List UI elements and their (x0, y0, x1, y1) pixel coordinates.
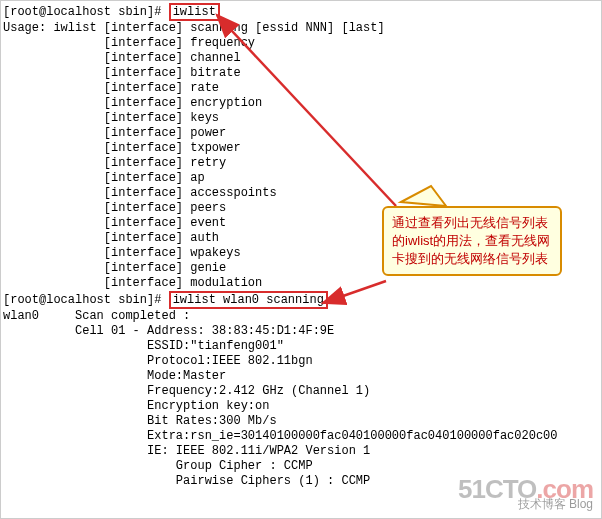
option-line: [interface] frequency (3, 36, 599, 51)
option-line: [interface] txpower (3, 141, 599, 156)
usage-line: Usage: iwlist [interface] scanning [essi… (3, 21, 599, 36)
terminal-line: [root@localhost sbin]# iwlist wlan0 scan… (3, 291, 599, 309)
option-line: [interface] accesspoints (3, 186, 599, 201)
shell-prompt: [root@localhost sbin]# (3, 5, 169, 19)
option-line: [interface] modulation (3, 276, 599, 291)
cell-detail-line: Extra:rsn_ie=30140100000fac040100000fac0… (3, 429, 599, 444)
option-line: [interface] retry (3, 156, 599, 171)
cell-details-block: ESSID:"tianfeng001" Protocol:IEEE 802.11… (3, 339, 599, 489)
terminal-line: [root@localhost sbin]# iwlist (3, 3, 599, 21)
command-highlight-scan: iwlist wlan0 scanning (169, 291, 328, 309)
command-highlight-iwlist: iwlist (169, 3, 220, 21)
cell-detail-line: Group Cipher : CCMP (3, 459, 599, 474)
cell-detail-line: Encryption key:on (3, 399, 599, 414)
cell-header: Cell 01 - Address: 38:83:45:D1:4F:9E (3, 324, 599, 339)
annotation-callout: 通过查看列出无线信号列表的iwlist的用法，查看无线网卡搜到的无线网络信号列表 (382, 206, 562, 276)
cell-detail-line: Frequency:2.412 GHz (Channel 1) (3, 384, 599, 399)
option-line: [interface] rate (3, 81, 599, 96)
cell-detail-line: Protocol:IEEE 802.11bgn (3, 354, 599, 369)
option-line: [interface] channel (3, 51, 599, 66)
shell-prompt: [root@localhost sbin]# (3, 293, 169, 307)
cell-detail-line: Bit Rates:300 Mb/s (3, 414, 599, 429)
option-line: [interface] encryption (3, 96, 599, 111)
option-line: [interface] keys (3, 111, 599, 126)
option-line: [interface] bitrate (3, 66, 599, 81)
cell-detail-line: IE: IEEE 802.11i/WPA2 Version 1 (3, 444, 599, 459)
cell-detail-line: Pairwise Ciphers (1) : CCMP (3, 474, 599, 489)
scan-header: wlan0 Scan completed : (3, 309, 599, 324)
cell-detail-line: ESSID:"tianfeng001" (3, 339, 599, 354)
cell-detail-line: Mode:Master (3, 369, 599, 384)
option-line: [interface] power (3, 126, 599, 141)
watermark-subtext: 技术博客 Blog (458, 497, 593, 512)
option-line: [interface] ap (3, 171, 599, 186)
